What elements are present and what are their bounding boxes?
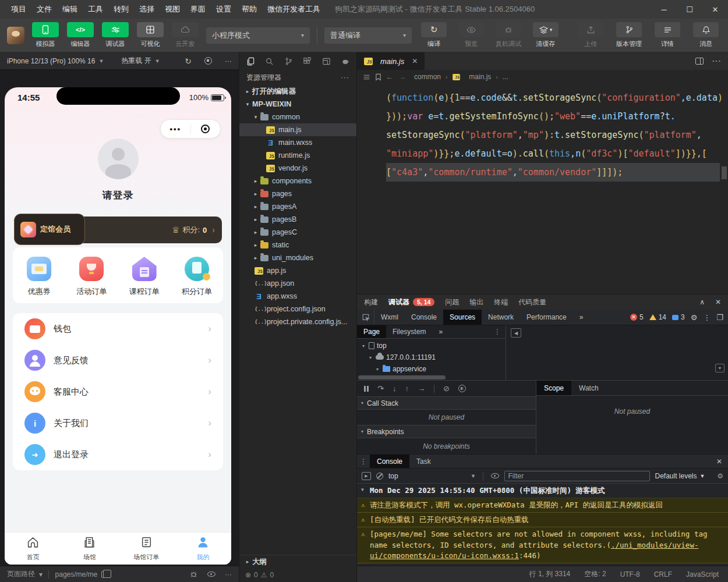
code-area[interactable]: (function(e){1==e.code&&t.setStorageSync… [357, 84, 728, 294]
console-tab-Console[interactable]: Console [370, 455, 409, 468]
deactivate-breakpoints-icon[interactable]: ⊘ [443, 384, 450, 393]
pause-icon[interactable] [364, 386, 369, 392]
step-out-icon[interactable]: ↑ [405, 384, 409, 393]
console-warn-row[interactable]: ⚠请注意游客模式下，调用 wx.operateWXData 是受限的，API 的… [357, 498, 728, 513]
console-warn-row[interactable]: ⚠[自动热重载] 已开启代码文件保存后自动热重载 [357, 513, 728, 527]
search-icon[interactable] [261, 53, 279, 69]
grid-item-课程订单[interactable]: 课程订单 [118, 247, 171, 303]
tree-item-app.json[interactable]: {..}app.json [239, 277, 356, 290]
profile-avatar[interactable] [98, 139, 139, 179]
console-warn-row[interactable]: ⚠[pages/me/me] Some selectors are not al… [357, 527, 728, 563]
page-path-label[interactable]: 页面路径 [7, 569, 35, 579]
console-sidebar-icon[interactable]: ▶ [362, 472, 371, 480]
page-path-value[interactable]: pages/me/me [55, 570, 98, 579]
menu-item[interactable]: 设置 [211, 4, 236, 15]
bug-icon[interactable] [189, 570, 198, 579]
menu-row-意见反馈[interactable]: 意见反馈› [16, 345, 220, 376]
miniprogram-capsule[interactable]: ••• [160, 119, 221, 139]
filter-input[interactable] [504, 471, 650, 481]
step-into-icon[interactable]: ↓ [393, 384, 397, 393]
grid-item-活动订单[interactable]: 活动订单 [65, 247, 118, 303]
settings-gear-icon[interactable]: ⚙ [691, 313, 698, 322]
devtools-tab-Console[interactable]: Console [405, 310, 443, 325]
hot-reload-toggle[interactable]: 热重载 开 [121, 56, 151, 66]
close-capsule-icon[interactable] [191, 125, 221, 133]
minimize-button[interactable]: ─ [651, 0, 677, 19]
refresh-icon[interactable]: ↻ [185, 56, 192, 66]
panel-tab-终端[interactable]: 终端 [494, 297, 508, 307]
tool-button-真机调试[interactable]: 真机调试 [493, 22, 524, 48]
console-prompt[interactable]: > [357, 563, 728, 566]
tabbar-item-我的[interactable]: 我的 [175, 533, 231, 565]
stop-icon[interactable] [204, 57, 212, 65]
menu-item[interactable]: 帮助 [236, 4, 262, 15]
split-editor-icon[interactable] [695, 58, 704, 65]
tree-item-common[interactable]: ▾common [239, 111, 356, 123]
menu-row-钱包[interactable]: 钱包› [16, 313, 220, 345]
maximize-button[interactable]: ☐ [677, 0, 702, 19]
open-editors-section[interactable]: ▸打开的编辑器 [239, 85, 356, 98]
tool-button-编译[interactable]: ↻编译 [419, 22, 449, 48]
more-icon[interactable]: ••• [161, 126, 190, 132]
tree-item-runtime.js[interactable]: JSruntime.js [239, 149, 356, 162]
tool-button-消息[interactable]: 消息 [691, 22, 721, 48]
inspect-element-icon[interactable] [357, 310, 374, 325]
horizontal-scrollbar[interactable] [357, 375, 506, 380]
sources-tab-»[interactable]: » [432, 325, 449, 338]
eye-icon[interactable] [207, 572, 215, 577]
tree-item-pagesA[interactable]: ▸pagesA [239, 200, 356, 213]
collapse-panel-icon[interactable]: ∧ [699, 298, 705, 306]
live-expression-icon[interactable] [491, 473, 499, 478]
close-button[interactable]: ✕ [702, 0, 728, 19]
tree-item-main.wxss[interactable]: Ǝmain.wxss [239, 136, 356, 149]
teapot-icon[interactable] [337, 53, 355, 69]
more-icon[interactable]: ··· [712, 56, 721, 66]
breadcrumb-file[interactable]: main.js [469, 73, 491, 81]
execution-context-select[interactable]: top▼ [388, 472, 476, 480]
menu-item[interactable]: 微信开发者工具 [262, 4, 326, 15]
panel-tab-构建[interactable]: 构建 [364, 297, 378, 307]
forward-icon[interactable]: → [399, 73, 406, 81]
panel-tab-输出[interactable]: 输出 [469, 297, 483, 307]
project-root-section[interactable]: ▾MP-WEIXIN [239, 98, 356, 111]
close-drawer-icon[interactable]: ✕ [716, 455, 728, 468]
breadcrumb-symbol[interactable]: ... [503, 73, 508, 81]
outline-section[interactable]: ▸大纲 [239, 555, 356, 568]
back-icon[interactable]: ← [386, 73, 393, 81]
tree-item-project.private.config.js...[interactable]: {..}project.private.config.js... [239, 315, 356, 328]
hide-navigator-icon[interactable]: ◀ [511, 328, 521, 338]
tree-item-main.js[interactable]: JSmain.js [239, 123, 356, 136]
user-avatar[interactable] [7, 27, 24, 44]
panel-tab-问题[interactable]: 问题 [445, 297, 459, 307]
compile-mode-select[interactable]: 普通编译▾ [324, 27, 412, 44]
tree-item-pagesC[interactable]: ▸pagesC [239, 226, 356, 239]
grid-item-优惠券[interactable]: 优惠券 [13, 247, 65, 303]
panel-tab-代码质量[interactable]: 代码质量 [518, 297, 546, 307]
status-item[interactable]: 行 1, 列 3314 [529, 569, 571, 579]
tree-item-top[interactable]: ▾ top [357, 340, 506, 352]
menu-item[interactable]: 转到 [108, 4, 134, 15]
kebab-menu-icon[interactable]: ⋮ [494, 325, 506, 338]
tree-item-uni_modules[interactable]: ▸uni_modules [239, 251, 356, 264]
counter-msg[interactable]: 3 [672, 313, 685, 321]
devtools-tab-Sources[interactable]: Sources [443, 310, 482, 325]
close-panel-icon[interactable]: ✕ [715, 298, 721, 306]
more-icon[interactable]: ··· [225, 57, 232, 65]
dock-side-icon[interactable]: ❐ [716, 313, 723, 322]
tabbar-item-场馆[interactable]: 场馆 [61, 533, 118, 565]
tree-item-pagesB[interactable]: ▸pagesB [239, 213, 356, 226]
panel-tab-调试器[interactable]: 调试器5, 14 [388, 297, 434, 307]
more-icon[interactable]: ··· [341, 73, 349, 81]
scrollbar-marker[interactable] [722, 166, 727, 179]
menu-row-关于我们[interactable]: i关于我们› [16, 407, 220, 439]
log-levels-select[interactable]: Default levels▼ [655, 472, 705, 480]
tool-button-编辑器[interactable]: </>编辑器 [66, 22, 94, 48]
devtools-tab-Network[interactable]: Network [482, 310, 520, 325]
menu-item[interactable]: 文件 [31, 4, 57, 15]
copy-icon[interactable] [101, 571, 108, 578]
tree-item-static[interactable]: ▸static [239, 239, 356, 251]
tool-button-云开发[interactable]: 云开发 [171, 22, 199, 48]
device-select[interactable]: iPhone 12/13 (Pro) 100% 16 [7, 57, 95, 65]
mode-select[interactable]: 小程序模式▾ [206, 27, 310, 44]
scope-tab-Scope[interactable]: Scope [536, 381, 571, 395]
